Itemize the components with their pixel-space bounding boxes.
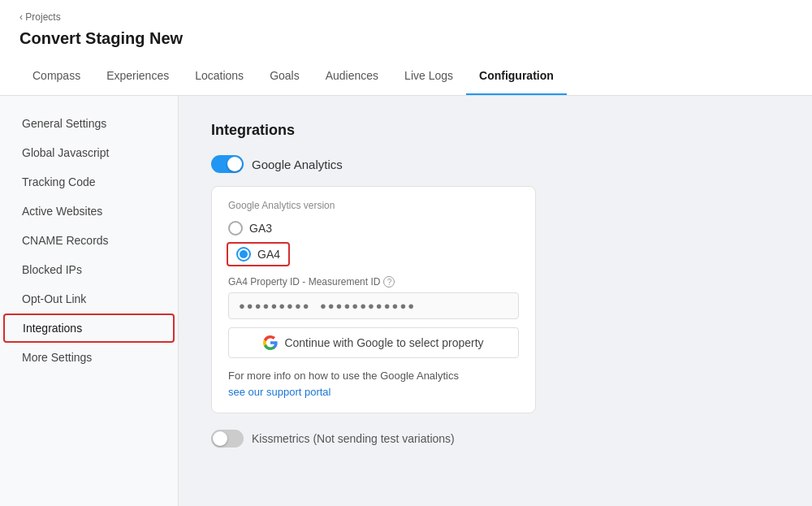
property-id-label: GA4 Property ID - Measurement ID ? (228, 276, 519, 288)
ga3-radio[interactable] (228, 221, 243, 236)
kissmetrics-label: Kissmetrics (Not sending test variations… (252, 432, 455, 445)
breadcrumb[interactable]: Projects (19, 11, 61, 23)
support-link[interactable]: see our support portal (228, 386, 330, 398)
nav-item-goals[interactable]: Goals (257, 58, 313, 95)
sidebar: General Settings Global Javascript Track… (0, 96, 179, 506)
header: Projects Convert Staging New Compass Exp… (0, 0, 812, 96)
help-icon[interactable]: ? (383, 276, 395, 288)
ga-version-card: Google Analytics version GA3 GA4 GA4 Pro… (211, 186, 536, 413)
ga3-option[interactable]: GA3 (228, 221, 519, 236)
sidebar-item-blocked-ips[interactable]: Blocked IPs (0, 255, 178, 284)
ga4-radio[interactable] (236, 247, 251, 262)
page-body: General Settings Global Javascript Track… (0, 96, 812, 506)
info-text: For more info on how to use the Google A… (228, 368, 519, 400)
top-nav: Compass Experiences Locations Goals Audi… (19, 58, 793, 95)
sidebar-item-opt-out-link[interactable]: Opt-Out Link (0, 284, 178, 314)
sidebar-item-active-websites[interactable]: Active Websites (0, 197, 178, 226)
sidebar-item-global-javascript[interactable]: Global Javascript (0, 138, 178, 167)
section-title: Integrations (211, 122, 780, 139)
ga4-radio-inner (240, 250, 248, 258)
page-title: Convert Staging New (19, 26, 793, 58)
ga4-label: GA4 (257, 248, 280, 261)
property-id-input[interactable] (228, 292, 519, 319)
google-analytics-label: Google Analytics (252, 158, 343, 171)
nav-item-compass[interactable]: Compass (19, 58, 93, 95)
sidebar-item-general-settings[interactable]: General Settings (0, 109, 178, 138)
kissmetrics-toggle[interactable] (211, 430, 244, 448)
google-analytics-toggle[interactable] (211, 155, 244, 173)
kissmetrics-row: Kissmetrics (Not sending test variations… (211, 430, 780, 448)
sidebar-item-cname-records[interactable]: CNAME Records (0, 226, 178, 255)
sidebar-item-more-settings[interactable]: More Settings (0, 343, 178, 372)
ga4-option[interactable]: GA4 (227, 242, 290, 266)
nav-item-audiences[interactable]: Audiences (313, 58, 391, 95)
google-analytics-row: Google Analytics (211, 155, 780, 173)
google-button-label: Continue with Google to select property (284, 336, 483, 349)
ga-card-title: Google Analytics version (228, 200, 519, 211)
nav-item-configuration[interactable]: Configuration (466, 58, 567, 95)
nav-item-live-logs[interactable]: Live Logs (391, 58, 466, 95)
nav-item-experiences[interactable]: Experiences (93, 58, 182, 95)
main-content: Integrations Google Analytics Google Ana… (179, 96, 812, 506)
ga3-label: GA3 (249, 222, 272, 235)
google-sign-in-button[interactable]: Continue with Google to select property (228, 327, 519, 358)
sidebar-item-tracking-code[interactable]: Tracking Code (0, 167, 178, 197)
google-logo-icon (263, 335, 278, 350)
sidebar-item-integrations[interactable]: Integrations (3, 314, 175, 343)
nav-item-locations[interactable]: Locations (182, 58, 257, 95)
